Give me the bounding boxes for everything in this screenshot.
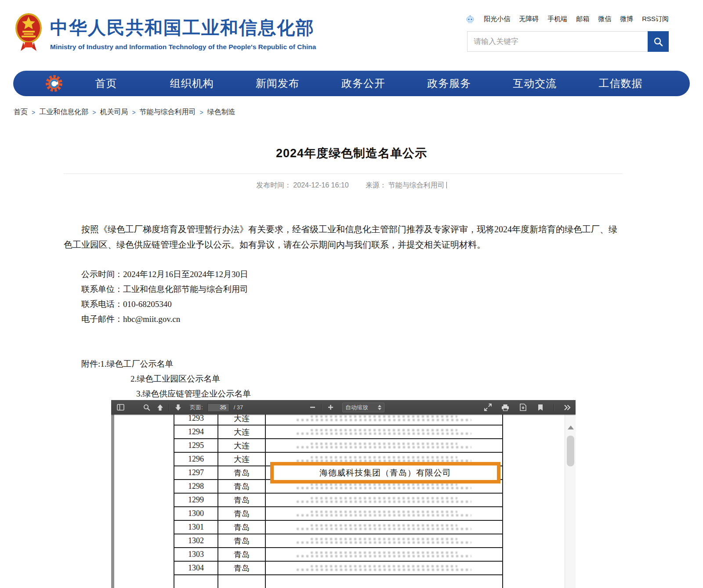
toolbar-separator bbox=[554, 404, 554, 411]
blurred-company-text bbox=[311, 565, 457, 567]
nav-item-2[interactable]: 组织机构 bbox=[149, 76, 235, 90]
city-cell: 大连 bbox=[218, 453, 266, 465]
article-meta: 发布时间：2024-12-16 16:10来源：节能与综合利用司 bbox=[0, 181, 703, 190]
blurred-company-text bbox=[311, 483, 457, 486]
attachment-link-1[interactable]: 1.绿色工厂公示名单 bbox=[100, 359, 173, 368]
utility-link-4[interactable]: 邮箱 bbox=[576, 15, 589, 23]
zoom-in-icon[interactable] bbox=[325, 402, 336, 413]
contact-line-4: 电子邮件：hbc@miit.gov.cn bbox=[81, 312, 248, 327]
nav-item-5[interactable]: 政务服务 bbox=[406, 76, 492, 90]
presentation-mode-icon[interactable] bbox=[482, 402, 493, 413]
site-title-block: 中华人民共和国工业和信息化部 Ministry of Industry and … bbox=[50, 16, 316, 51]
text-caret bbox=[446, 182, 447, 188]
breadcrumb-separator: > bbox=[32, 109, 35, 116]
utility-link-7[interactable]: RSS订阅 bbox=[642, 15, 669, 23]
row-number-cell: 1298 bbox=[174, 480, 218, 493]
scroll-up-arrow-icon[interactable] bbox=[568, 426, 574, 429]
city-cell: 大连 bbox=[218, 439, 266, 452]
row-number-cell: 1294 bbox=[174, 426, 218, 438]
utility-link-3[interactable]: 手机端 bbox=[547, 15, 567, 23]
contact-info-block: 公示时间：2024年12月16日至2024年12月30日联系单位：工业和信息化部… bbox=[81, 267, 248, 327]
blurred-company-text bbox=[311, 538, 457, 540]
table-row: 1295大连 bbox=[174, 439, 502, 453]
table-row: 1299青岛 bbox=[174, 494, 502, 507]
zoom-out-icon[interactable] bbox=[307, 402, 318, 413]
company-cell bbox=[266, 494, 502, 506]
nav-item-7[interactable]: 工信数据 bbox=[578, 76, 663, 90]
page-number-input[interactable] bbox=[207, 403, 229, 412]
blurred-company-text bbox=[297, 501, 471, 503]
city-cell: 青岛 bbox=[218, 562, 266, 574]
blurred-company-text bbox=[311, 429, 457, 431]
pdf-scrollbar[interactable] bbox=[565, 415, 576, 588]
utility-link-5[interactable]: 微信 bbox=[598, 15, 611, 23]
city-cell: 青岛 bbox=[218, 507, 266, 520]
article-body: 按照《绿色工厂梯度培育及管理暂行办法》有关要求，经省级工业和信息化主管部门推荐及… bbox=[64, 222, 618, 253]
main-navigation: 首页组织机构新闻发布政务公开政务服务互动交流工信数据 bbox=[13, 71, 690, 96]
company-cell bbox=[266, 426, 502, 438]
breadcrumb-item-4[interactable]: 节能与综合利用司 bbox=[140, 108, 196, 117]
toolbar-separator bbox=[321, 404, 322, 411]
search-button[interactable] bbox=[648, 31, 669, 52]
table-row: 1300青岛 bbox=[174, 507, 502, 521]
green-factory-table: 1293大连1294大连1295大连1296大连1297青岛海德威科技集团（青岛… bbox=[174, 412, 503, 588]
download-icon[interactable] bbox=[517, 402, 529, 413]
zoom-level-select[interactable]: 自动缩放 bbox=[342, 403, 384, 412]
breadcrumb-item-1[interactable]: 首页 bbox=[14, 108, 28, 117]
attachment-link-2[interactable]: 2.绿色工业园区公示名单 bbox=[130, 374, 220, 383]
row-number-cell: 1304 bbox=[174, 562, 218, 574]
attachment-link-3[interactable]: 3.绿色供应链管理企业公示名单 bbox=[136, 389, 251, 398]
utility-link-1[interactable]: 阳光小信 bbox=[484, 15, 510, 23]
breadcrumb-item-2[interactable]: 工业和信息化部 bbox=[39, 108, 88, 117]
find-in-document-icon[interactable] bbox=[141, 402, 152, 413]
attachment-line-2: 2.绿色工业园区公示名单 bbox=[81, 372, 251, 386]
utility-link-2[interactable]: 无障碍 bbox=[519, 15, 539, 23]
bookmark-current-view-icon[interactable] bbox=[535, 402, 546, 413]
next-page-icon[interactable] bbox=[172, 402, 184, 413]
breadcrumb-item-3[interactable]: 机关司局 bbox=[100, 108, 128, 117]
company-cell bbox=[266, 562, 502, 574]
row-number-cell: 1299 bbox=[174, 494, 218, 506]
row-number-cell: 1295 bbox=[174, 439, 218, 452]
contact-line-1: 公示时间：2024年12月16日至2024年12月30日 bbox=[81, 267, 248, 282]
source-value: 节能与综合利用司 bbox=[388, 181, 445, 189]
company-cell bbox=[266, 439, 502, 452]
contact-line-3: 联系电话：010-68205340 bbox=[81, 297, 248, 312]
city-cell: 大连 bbox=[218, 426, 266, 438]
attachment-line-3: 3.绿色供应链管理企业公示名单 bbox=[81, 386, 251, 401]
scrollbar-thumb[interactable] bbox=[567, 436, 574, 466]
previous-page-icon[interactable] bbox=[154, 402, 166, 413]
breadcrumb-separator: > bbox=[200, 109, 203, 116]
city-cell: 青岛 bbox=[218, 494, 266, 506]
breadcrumb-item-5[interactable]: 绿色制造 bbox=[207, 108, 236, 117]
blurred-company-text bbox=[311, 497, 457, 499]
search-input[interactable] bbox=[467, 32, 648, 51]
table-row: 1301青岛 bbox=[174, 521, 502, 534]
city-cell: 青岛 bbox=[218, 548, 266, 561]
city-cell bbox=[218, 575, 266, 588]
pdf-page: 1293大连1294大连1295大连1296大连1297青岛海德威科技集团（青岛… bbox=[114, 415, 565, 588]
table-row: 1304青岛 bbox=[174, 562, 502, 575]
utility-links-bar: 阳光小信无障碍手机端邮箱微信微博RSS订阅 bbox=[465, 14, 669, 24]
title-divider bbox=[64, 173, 623, 174]
nav-item-1[interactable]: 首页 bbox=[63, 76, 149, 90]
page-number-label: 页面: bbox=[190, 404, 203, 411]
table-row: 1297青岛海德威科技集团（青岛）有限公司 bbox=[174, 466, 502, 480]
nav-item-4[interactable]: 政务公开 bbox=[320, 76, 406, 90]
attachments-block: 附件:1.绿色工厂公示名单2.绿色工业园区公示名单3.绿色供应链管理企业公示名单 bbox=[81, 357, 251, 401]
sidebar-toggle-icon[interactable] bbox=[115, 402, 126, 413]
select-caret-icon bbox=[378, 405, 381, 410]
row-number-cell: 1296 bbox=[174, 453, 218, 465]
source-label: 来源： bbox=[366, 181, 387, 189]
blurred-company-text bbox=[297, 569, 471, 571]
more-tools-chevron-icon[interactable] bbox=[562, 402, 573, 413]
table-row: 1294大连 bbox=[174, 426, 502, 439]
row-number-cell bbox=[174, 575, 218, 588]
print-icon[interactable] bbox=[500, 402, 511, 413]
nav-item-3[interactable]: 新闻发布 bbox=[235, 76, 320, 90]
publish-time-value: 2024-12-16 16:10 bbox=[293, 181, 348, 189]
utility-link-6[interactable]: 微博 bbox=[620, 15, 633, 23]
breadcrumb-separator: > bbox=[92, 109, 96, 116]
pdf-viewer: 页面: / 37 自动缩放 bbox=[111, 400, 576, 588]
nav-item-6[interactable]: 互动交流 bbox=[492, 76, 578, 90]
